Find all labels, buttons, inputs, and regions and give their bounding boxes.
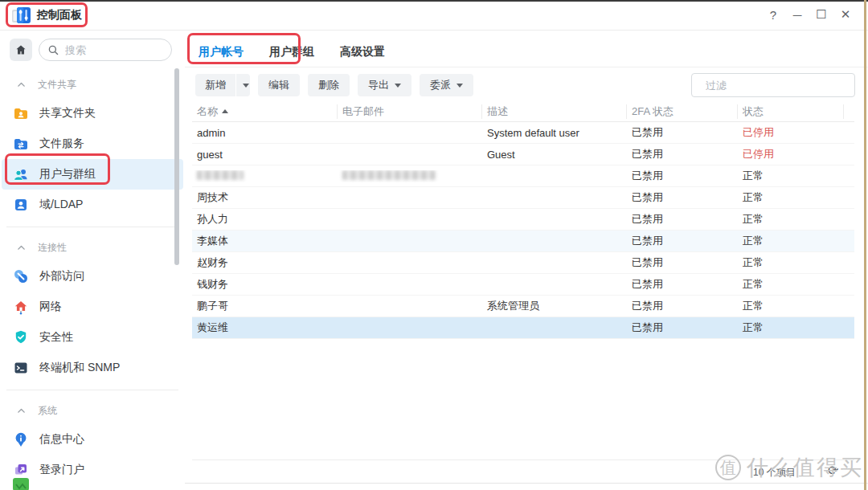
column-header[interactable]: 2FA 状态 — [627, 104, 738, 119]
toolbar-button[interactable]: 删除 — [308, 74, 350, 96]
cell-name: 鹏子哥 — [192, 299, 338, 313]
sidebar-item-label: 共享文件夹 — [39, 106, 96, 120]
toolbar-button[interactable]: 编辑 — [258, 74, 300, 96]
external-access-icon — [13, 268, 29, 284]
refresh-icon[interactable]: ⟳ — [828, 463, 838, 478]
cell-name: 钱财务 — [192, 277, 338, 292]
sidebar-item-label: 文件服务 — [39, 137, 84, 151]
sidebar-item-label: 终端机和 SNMP — [39, 361, 120, 375]
column-header[interactable]: 名称 — [192, 104, 338, 119]
search-icon — [47, 44, 59, 56]
toolbar-button[interactable]: 委派 — [420, 74, 473, 96]
cell-status: 正常 — [738, 299, 844, 313]
table-row[interactable]: guestGuest已禁用已停用 — [192, 144, 854, 165]
sidebar-section-header[interactable]: 系统 — [0, 397, 185, 424]
dropdown-caret-button[interactable] — [235, 74, 250, 96]
cell-2fa-status: 已禁用 — [627, 255, 738, 270]
table-row[interactable]: 周技术已禁用正常 — [192, 187, 854, 209]
tab-inactive[interactable]: 用户群组 — [268, 42, 316, 63]
sidebar-item[interactable]: 网络 — [0, 292, 185, 322]
sidebar-divider — [6, 227, 178, 227]
main-panel: 用户帐号用户群组高级设置 新增编辑删除导出委派 名称电子邮件描述2FA 状态状态… — [185, 31, 868, 490]
caret-down-icon — [457, 84, 463, 88]
close-icon[interactable]: ✕ — [836, 5, 855, 24]
table-row[interactable]: 已禁用正常 — [192, 165, 854, 187]
cell-name: admin — [192, 127, 338, 139]
table-row[interactable]: 孙人力已禁用正常 — [192, 209, 854, 231]
network-icon — [13, 299, 29, 315]
cell-2fa-status: 已禁用 — [627, 299, 738, 313]
domain-ldap-icon — [13, 197, 29, 213]
filter-box[interactable] — [691, 73, 855, 97]
column-header[interactable]: 描述 — [482, 104, 627, 119]
items-count: 10 个项目 — [753, 466, 796, 480]
cell-status: 正常 — [738, 255, 844, 270]
cell-2fa-status: 已禁用 — [627, 321, 738, 335]
sidebar-item-label: 用户与群组 — [39, 167, 96, 182]
sidebar-section-header[interactable]: 文件共享 — [0, 71, 185, 98]
column-header-spacer — [844, 104, 854, 119]
chevron-up-icon — [16, 243, 27, 253]
cell-name: 赵财务 — [192, 255, 338, 270]
partial-sidebar-icon — [13, 476, 29, 490]
sidebar-item[interactable]: 用户与群组 — [2, 159, 183, 190]
tabs-divider — [185, 67, 868, 67]
column-header[interactable]: 状态 — [738, 104, 844, 119]
table-row[interactable]: 李媒体已禁用正常 — [192, 231, 854, 252]
minimize-icon[interactable]: ─ — [788, 5, 807, 24]
cell-status: 正常 — [738, 234, 844, 248]
tab-active[interactable]: 用户帐号 — [197, 42, 245, 63]
panel-bottom-edge — [185, 483, 868, 484]
sidebar-item-label: 登录门户 — [39, 463, 84, 477]
column-header[interactable]: 电子邮件 — [338, 104, 482, 119]
cell-name: 黄运维 — [192, 321, 338, 335]
control-panel-icon — [11, 6, 32, 25]
toolbar-button[interactable]: 导出 — [358, 74, 411, 96]
sidebar-item[interactable]: 外部访问 — [0, 261, 185, 292]
sidebar-item[interactable]: 共享文件夹 — [0, 98, 185, 129]
table-row[interactable]: adminSystem default user已禁用已停用 — [192, 122, 854, 144]
sidebar-item[interactable]: 信息中心 — [0, 424, 185, 455]
cell-2fa-status: 已禁用 — [627, 234, 738, 248]
maximize-icon[interactable]: ☐ — [812, 5, 831, 24]
table-row[interactable]: 黄运维已禁用正常 — [192, 317, 854, 339]
tab-bar: 用户帐号用户群组高级设置 — [197, 39, 387, 66]
filter-input[interactable] — [706, 80, 847, 92]
users-table: 名称电子邮件描述2FA 状态状态 adminSystem default use… — [192, 101, 854, 339]
cell-description: Guest — [482, 149, 627, 161]
toolbar: 新增编辑删除导出委派 — [195, 74, 473, 96]
chevron-up-icon — [16, 80, 27, 90]
table-header: 名称电子邮件描述2FA 状态状态 — [192, 101, 854, 122]
sidebar-item[interactable]: 终端机和 SNMP — [0, 353, 185, 383]
cell-description: System default user — [482, 127, 627, 139]
cell-2fa-status: 已禁用 — [627, 277, 738, 292]
cell-status: 已停用 — [738, 125, 844, 140]
redacted-email — [342, 170, 436, 180]
cell-name: 李媒体 — [192, 234, 338, 248]
app-title: 控制面板 — [37, 8, 82, 22]
home-icon — [14, 43, 27, 56]
tab-inactive[interactable]: 高级设置 — [338, 42, 387, 63]
sidebar-item-label: 信息中心 — [39, 432, 84, 447]
security-icon — [13, 329, 29, 345]
search-box[interactable] — [39, 39, 172, 61]
cell-description: 系统管理员 — [482, 299, 627, 313]
sidebar-scrollbar[interactable] — [174, 68, 179, 265]
home-button[interactable] — [10, 39, 32, 61]
toolbar-button[interactable]: 新增 — [195, 74, 235, 96]
sidebar-item[interactable]: 安全性 — [0, 322, 185, 353]
search-input[interactable] — [65, 44, 154, 56]
cell-name — [192, 170, 338, 182]
cell-name: 孙人力 — [192, 212, 338, 227]
chevron-up-icon — [16, 406, 27, 416]
sidebar-item[interactable]: 域/LDAP — [0, 190, 185, 220]
sort-asc-icon — [222, 109, 228, 113]
sidebar-item[interactable]: 文件服务 — [0, 129, 185, 159]
table-row[interactable]: 钱财务已禁用正常 — [192, 274, 854, 296]
table-row[interactable]: 赵财务已禁用正常 — [192, 252, 854, 274]
sidebar-section-header[interactable]: 连接性 — [0, 234, 185, 261]
help-icon[interactable]: ? — [764, 5, 783, 24]
table-row[interactable]: 鹏子哥系统管理员已禁用正常 — [192, 296, 854, 317]
file-services-icon — [13, 136, 29, 152]
sidebar-item-label: 域/LDAP — [39, 198, 83, 212]
